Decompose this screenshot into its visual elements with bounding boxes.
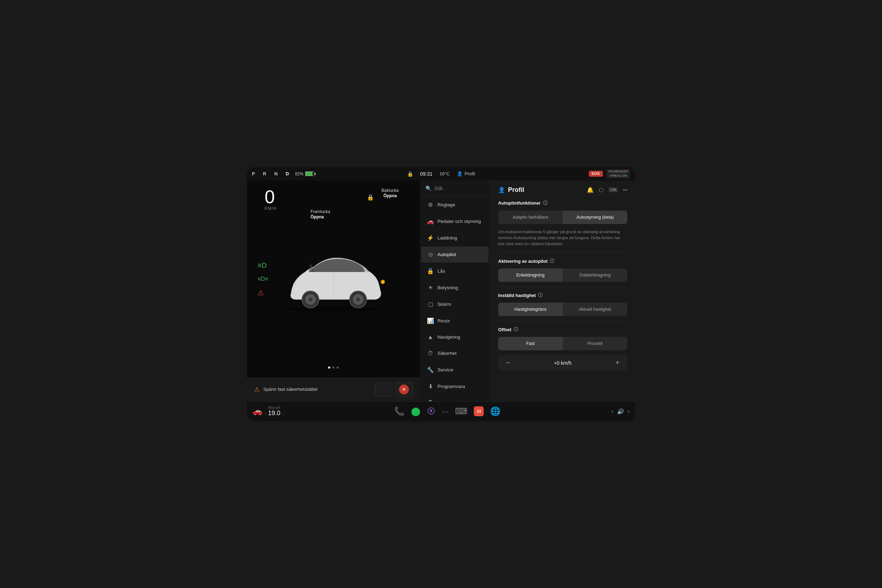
more-icon[interactable]: ···: [442, 406, 449, 416]
autopilot-info-icon[interactable]: ⓘ: [543, 200, 548, 206]
fast-btn[interactable]: Fast: [498, 337, 563, 350]
car-silhouette: ⚡: [273, 244, 393, 314]
sidebar-item-resor[interactable]: 📊 Resor: [421, 313, 489, 329]
bell-icon[interactable]: 🔔: [587, 187, 594, 193]
back-label-title: Baklucka: [381, 188, 399, 194]
las-icon: 🔒: [427, 268, 434, 274]
navigering-label: Navigering: [438, 334, 460, 340]
autopilot-description: Om Autopilot inaktiveras 5 gånger på gru…: [498, 229, 627, 247]
divider-2: [498, 287, 627, 287]
battery-percent: 82%: [295, 171, 303, 176]
front-label-action[interactable]: Öppna: [310, 214, 330, 219]
sidebar-item-las[interactable]: 🔒 Lås: [421, 263, 489, 279]
taskbar-right: ‹ 🔊 ›: [611, 408, 629, 415]
sidebar-item-laddning[interactable]: ⚡ Laddning: [421, 230, 489, 246]
speed-unit: KM/H: [265, 206, 277, 211]
keyboard-icon[interactable]: ⌨: [455, 406, 468, 416]
autopilot-icon: ⊙: [427, 251, 434, 258]
trunk-lock-icon: 🔒: [367, 194, 374, 200]
taskbar: 🚗 Manuell ‹ 19.0 › 📞 ⬤ ⦿ ··· ⌨ 14 🌐 ‹ 🔊: [247, 401, 635, 421]
dot-3: [337, 366, 339, 369]
reglage-icon: ⚙: [427, 201, 434, 208]
dubbeldragning-label: Dubbeldragning: [579, 273, 610, 278]
autostyrning-btn[interactable]: Autostyrning (beta): [563, 211, 627, 224]
belysning-label: Belysning: [438, 285, 458, 290]
sidebar-item-reglage[interactable]: ⚙ Reglage: [421, 197, 489, 213]
enkeldragning-btn[interactable]: Enkeldragning: [498, 268, 563, 282]
profile-button[interactable]: 👤 Profil: [457, 171, 475, 176]
enkeldragning-label: Enkeldragning: [516, 273, 545, 278]
sidebar-item-belysning[interactable]: ☀ Belysning: [421, 280, 489, 296]
battery-display: 82%: [295, 171, 314, 176]
bluetooth-icon[interactable]: ⬡: [599, 187, 604, 193]
autopilot-label: Autopilot: [438, 252, 456, 257]
warning-bar: ⚠ Spänn fast säkerhetsbältet ✕: [247, 377, 420, 401]
sidebar-item-navigering[interactable]: ▲ Navigering: [421, 330, 489, 345]
sidebar-item-pedaler[interactable]: 🚗 Pedaler och styrning: [421, 213, 489, 229]
speed-indicator: 0 KM/H: [265, 188, 277, 211]
dubbeldragning-btn[interactable]: Dubbeldragning: [563, 268, 627, 282]
volume-control: 🔊: [617, 408, 624, 415]
sidebar-item-skarm[interactable]: ▢ Skärm: [421, 296, 489, 312]
ambient-temp: 16°C: [440, 171, 450, 176]
signal-icon: ▪▪▪: [623, 187, 627, 192]
taskbar-temp-right-arrow[interactable]: ›: [282, 411, 284, 416]
panel-header: 👤 Profil 🔔 ⬡ LTE ▪▪▪: [498, 186, 627, 194]
sidebar-item-autopilot[interactable]: ⊙ Autopilot: [421, 246, 489, 262]
procent-btn[interactable]: Procent: [563, 337, 627, 350]
gear-n: N: [274, 171, 279, 176]
offset-plus-btn[interactable]: +: [612, 357, 622, 368]
laddning-icon: ⚡: [427, 235, 434, 241]
svg-point-0: [288, 306, 379, 312]
status-left: P R N D 82%: [252, 171, 314, 176]
adaptiv-label: Adaptiv farthållare: [513, 215, 548, 220]
sakerhet-icon: ⏱: [427, 350, 434, 357]
procent-label: Procent: [587, 341, 603, 346]
media-next-btn[interactable]: ›: [628, 408, 629, 414]
aktivering-info-icon[interactable]: ⓘ: [550, 258, 554, 264]
adaptiv-btn[interactable]: Adaptiv farthållare: [498, 211, 563, 224]
sos-button[interactable]: SOS: [589, 171, 603, 177]
panel-title-text: Profil: [508, 186, 524, 194]
taskbar-left: 🚗 Manuell ‹ 19.0 ›: [253, 406, 283, 417]
back-label-action[interactable]: Öppna: [381, 193, 399, 198]
speed-value: 0: [265, 188, 277, 206]
front-label-title: Framlucka: [310, 209, 330, 215]
phone-icon[interactable]: 📞: [394, 406, 405, 416]
taskbar-temp-left-arrow[interactable]: ‹: [265, 411, 267, 416]
panel-profile-icon: 👤: [498, 187, 505, 193]
warning-icons: ≡D ≡D≡ ⚠: [258, 261, 268, 297]
hastighetsgrans-btn[interactable]: Hastighetsgräns: [498, 303, 563, 316]
aktuell-hastighet-label: Aktuell hastighet: [579, 307, 611, 312]
sidebar-item-programvara[interactable]: ⬇ Programvara: [421, 378, 489, 394]
settings-panel: 👤 Profil 🔔 ⬡ LTE ▪▪▪ Autopilotfunktioner…: [490, 181, 635, 401]
dot-2: [332, 366, 334, 369]
sidebar-item-sakerhet[interactable]: ⏱ Säkerhet: [421, 346, 489, 361]
svg-point-6: [356, 298, 360, 301]
camera-icon[interactable]: ⦿: [427, 406, 435, 416]
calendar-icon[interactable]: 14: [474, 406, 484, 416]
avatar-icon[interactable]: 🌐: [490, 406, 501, 416]
gear-p: P: [252, 171, 256, 176]
volume-icon: 🔊: [617, 408, 624, 415]
taskbar-center: 📞 ⬤ ⦿ ··· ⌨ 14 🌐: [394, 406, 501, 416]
search-bar[interactable]: 🔍 Sök: [420, 181, 490, 196]
offset-minus-btn[interactable]: −: [503, 357, 513, 368]
sidebar-item-uppgraderingar[interactable]: 🔓 Uppgraderingar: [421, 395, 489, 401]
offset-title-text: Offset: [498, 327, 512, 332]
aktuell-hastighet-btn[interactable]: Aktuell hastighet: [563, 303, 627, 316]
media-prev-btn[interactable]: ‹: [611, 408, 613, 414]
hastighet-info-icon[interactable]: ⓘ: [538, 292, 543, 298]
seatbelt-warning-icon: ⚠: [258, 288, 268, 297]
seat-thumbnail-2: ✕: [395, 382, 413, 396]
offset-value-display: +0 km/h: [554, 360, 572, 366]
offset-info-icon[interactable]: ⓘ: [514, 326, 518, 333]
status-center: 🔒 09:31 16°C 👤 Profil: [407, 171, 475, 177]
autopilot-toggle-group: Adaptiv farthållare Autostyrning (beta): [498, 211, 627, 224]
reglage-label: Reglage: [438, 202, 455, 207]
taskbar-car-icon[interactable]: 🚗: [253, 407, 262, 416]
spotify-icon[interactable]: ⬤: [411, 406, 420, 416]
fast-label: Fast: [526, 341, 534, 346]
sidebar-item-service[interactable]: 🔧 Service: [421, 362, 489, 378]
battery-icon: [305, 171, 314, 176]
